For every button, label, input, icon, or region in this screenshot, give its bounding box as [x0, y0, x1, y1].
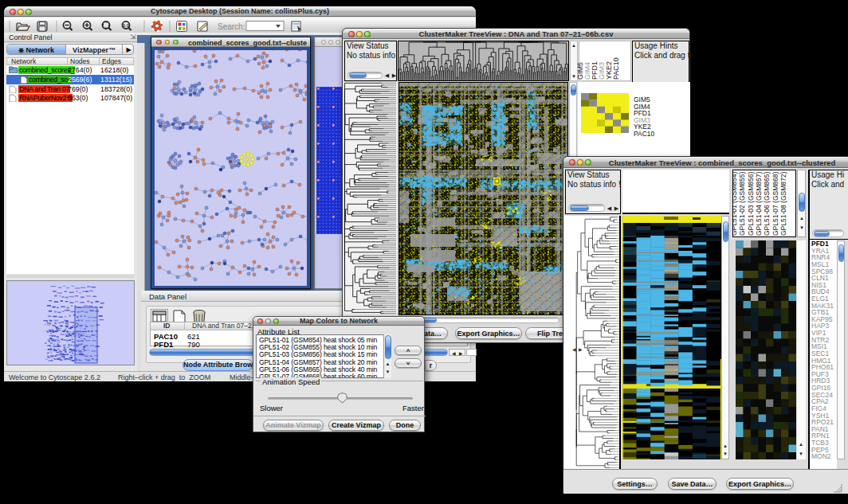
svg-text:1:1: 1:1 [123, 23, 129, 28]
svg-text:Search:: Search: [218, 22, 245, 31]
